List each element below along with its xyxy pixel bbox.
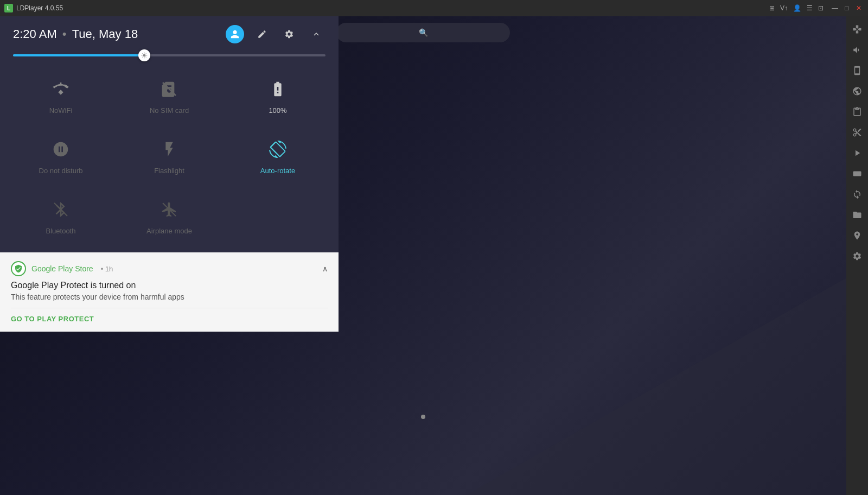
battery-tile[interactable]: 100% <box>226 67 330 123</box>
sidebar-icon-folder[interactable] <box>848 206 866 224</box>
wifi-icon <box>48 76 74 102</box>
sidebar-icon-sync[interactable] <box>848 186 866 203</box>
notif-title: Google Play Protect is turned on <box>11 281 328 290</box>
svg-rect-3 <box>853 172 861 176</box>
sidebar-icon-volume[interactable] <box>848 41 866 59</box>
flashlight-icon <box>156 136 182 162</box>
autorotate-label: Auto-rotate <box>260 167 295 175</box>
notif-app-name: Google Play Store <box>31 264 93 273</box>
notif-expand-icon[interactable]: ∧ <box>322 264 328 273</box>
sidebar-icon-clipboard[interactable] <box>848 103 866 120</box>
flashlight-tile[interactable]: Flashlight <box>117 128 221 183</box>
edit-button[interactable] <box>253 25 271 43</box>
airplane-tile[interactable]: Airplane mode <box>117 188 221 244</box>
notif-app-icon <box>11 261 26 276</box>
titlebar-icon-2[interactable]: V↑ <box>780 4 788 12</box>
bluetooth-tile[interactable]: Bluetooth <box>9 188 113 244</box>
airplane-label: Airplane mode <box>146 227 192 235</box>
titlebar-right-icons: ⊞ V↑ 👤 ☰ ⊡ <box>769 4 824 12</box>
settings-button[interactable] <box>280 25 298 43</box>
battery-label: 100% <box>269 106 286 115</box>
dot-indicator <box>421 415 425 419</box>
notification-card: Google Play Store • 1h ∧ Google Play Pro… <box>0 252 339 332</box>
battery-icon <box>265 76 291 102</box>
brightness-thumb[interactable] <box>138 49 150 61</box>
user-avatar[interactable] <box>226 25 244 43</box>
sim-icon <box>156 76 182 102</box>
titlebar-icon-3[interactable]: 👤 <box>793 4 801 12</box>
titlebar-icon-5[interactable]: ⊡ <box>818 4 824 12</box>
brightness-slider-container <box>0 50 339 67</box>
notif-body: This feature protects your device from h… <box>11 293 328 301</box>
sidebar-icon-gamepad[interactable] <box>848 21 866 38</box>
notif-time: • 1h <box>101 265 113 273</box>
bluetooth-icon <box>48 196 74 223</box>
sidebar-icon-scissors[interactable] <box>848 124 866 141</box>
titlebar-icon-4[interactable]: ☰ <box>807 4 813 12</box>
titlebar-icon-1[interactable]: ⊞ <box>769 4 775 12</box>
qs-tiles-grid: NoWiFi No SIM card <box>0 67 339 252</box>
airplane-icon <box>156 196 182 223</box>
qs-time: 2:20 AM • Tue, May 18 <box>13 27 219 41</box>
brightness-fill <box>13 54 144 56</box>
titlebar: L LDPlayer 4.0.55 ⊞ V↑ 👤 ☰ ⊡ — □ ✕ <box>0 0 868 16</box>
autorotate-icon <box>265 136 291 162</box>
qs-header: 2:20 AM • Tue, May 18 <box>0 16 339 50</box>
dnd-icon <box>48 136 74 162</box>
bluetooth-label: Bluetooth <box>46 227 76 235</box>
app-title: LDPlayer 4.0.55 <box>16 4 769 12</box>
collapse-button[interactable] <box>307 25 326 43</box>
wifi-tile[interactable]: NoWiFi <box>9 67 113 123</box>
right-sidebar <box>846 16 868 495</box>
flashlight-label: Flashlight <box>154 167 184 175</box>
dnd-tile[interactable]: Do not disturb <box>9 128 113 183</box>
sidebar-icon-play[interactable] <box>848 144 866 162</box>
android-search-bar[interactable]: 🔍 <box>336 23 510 42</box>
quick-settings-panel: 2:20 AM • Tue, May 18 <box>0 16 339 332</box>
wifi-label: NoWiFi <box>49 106 73 115</box>
sim-label: No SIM card <box>150 106 189 115</box>
notif-action-button[interactable]: GO TO PLAY PROTECT <box>11 315 328 323</box>
main-area: 🔍 2:20 AM • Tue, May 18 <box>0 16 868 495</box>
minimize-button[interactable]: — <box>830 3 840 13</box>
sidebar-icon-settings[interactable] <box>848 248 866 265</box>
notif-divider <box>11 308 328 308</box>
maximize-button[interactable]: □ <box>842 3 852 13</box>
android-screen: 🔍 2:20 AM • Tue, May 18 <box>0 16 846 495</box>
sim-tile[interactable]: No SIM card <box>117 67 221 123</box>
sidebar-icon-phone[interactable] <box>848 62 866 79</box>
search-icon: 🔍 <box>419 28 428 37</box>
autorotate-tile[interactable]: Auto-rotate <box>226 128 330 183</box>
qs-header-icons <box>226 25 326 43</box>
sidebar-icon-record[interactable] <box>848 165 866 182</box>
sidebar-icon-globe[interactable] <box>848 82 866 100</box>
close-button[interactable]: ✕ <box>854 3 864 13</box>
sidebar-icon-location[interactable] <box>848 227 866 244</box>
background-triangle <box>467 278 846 495</box>
app-icon: L <box>4 4 13 12</box>
window-controls: — □ ✕ <box>830 3 864 13</box>
notif-header: Google Play Store • 1h ∧ <box>11 261 328 276</box>
brightness-track[interactable] <box>13 54 326 56</box>
dnd-label: Do not disturb <box>39 167 83 175</box>
